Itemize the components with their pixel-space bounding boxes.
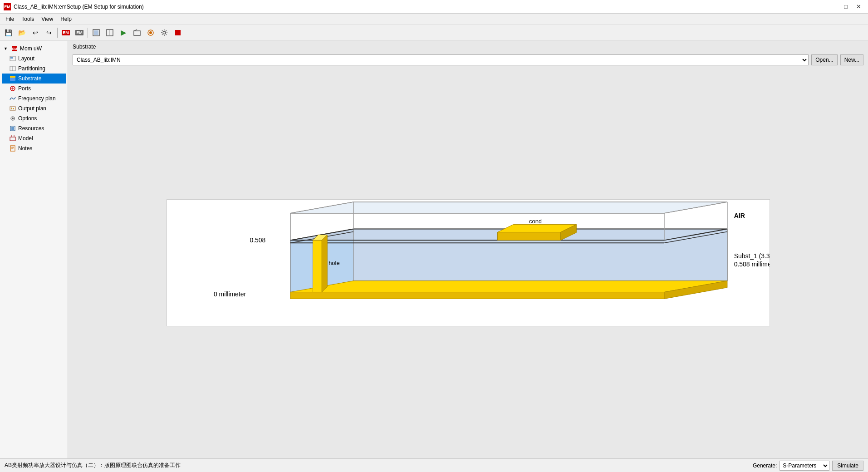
svg-rect-4 bbox=[134, 31, 140, 35]
sidebar-item-substrate[interactable]: Substrate bbox=[2, 74, 66, 84]
sidebar-label-output: Output plan bbox=[18, 105, 46, 112]
panel-header: Substrate bbox=[68, 41, 868, 53]
layout-tree-icon bbox=[9, 55, 16, 62]
sidebar-label-ports: Ports bbox=[18, 85, 31, 92]
em-run-icon: EM bbox=[62, 30, 70, 35]
y-label-bottom: 0 millimeter bbox=[214, 290, 246, 298]
em-run-button[interactable]: EM bbox=[59, 26, 72, 39]
toolbar: 💾 📂 ↩ ↪ EM EM ▶ bbox=[0, 25, 868, 41]
menu-tools[interactable]: Tools bbox=[18, 15, 38, 23]
run-icon: ▶ bbox=[121, 28, 126, 37]
resources-tree-icon bbox=[9, 125, 16, 132]
right-panel: Substrate Class_AB_lib:IMN Open... New..… bbox=[68, 41, 868, 458]
root-icon: EM bbox=[11, 45, 18, 52]
svg-point-26 bbox=[12, 118, 14, 119]
svg-rect-10 bbox=[175, 30, 181, 35]
sidebar-item-partitioning[interactable]: Partitioning bbox=[2, 64, 66, 74]
open-substrate-button[interactable]: Open... bbox=[811, 54, 837, 65]
main-content: ▼ EM Mom uW Layout Partitioning bbox=[0, 41, 868, 458]
expand-icon: ▼ bbox=[4, 46, 9, 51]
sidebar-root[interactable]: ▼ EM Mom uW bbox=[2, 44, 66, 54]
subst-label: Subst_1 (3.38) bbox=[734, 252, 769, 260]
open-button[interactable]: 📂 bbox=[15, 26, 28, 39]
substrate-selector-row: Class_AB_lib:IMN Open... New... bbox=[68, 53, 868, 67]
sidebar-item-frequency[interactable]: Frequency plan bbox=[2, 93, 66, 103]
toolbar-btn-10[interactable] bbox=[131, 26, 143, 39]
toolbar-btn-8[interactable] bbox=[103, 26, 116, 39]
toolbar-btn-12[interactable] bbox=[158, 26, 171, 39]
sidebar-item-notes[interactable]: Notes bbox=[2, 143, 66, 153]
sidebar-item-ports[interactable]: Ports bbox=[2, 84, 66, 93]
svg-rect-32 bbox=[10, 146, 15, 151]
toolbar-btn-13[interactable] bbox=[172, 26, 184, 39]
em-stop-icon: EM bbox=[75, 30, 83, 35]
sidebar-label-notes: Notes bbox=[18, 145, 32, 152]
frequency-tree-icon bbox=[9, 95, 16, 102]
svg-rect-23 bbox=[11, 108, 12, 109]
svg-rect-51 bbox=[313, 240, 322, 292]
panel-title: Substrate bbox=[73, 44, 96, 50]
notes-tree-icon bbox=[9, 145, 16, 152]
minimize-button[interactable]: — bbox=[827, 2, 839, 12]
svg-marker-53 bbox=[322, 235, 327, 292]
svg-marker-44 bbox=[290, 292, 664, 299]
svg-point-8 bbox=[149, 31, 152, 34]
status-bar: AB类射频功率放大器设计与仿真（二）：版图原理图联合仿真的准备工作 Genera… bbox=[0, 458, 868, 472]
close-button[interactable]: ✕ bbox=[853, 2, 864, 12]
menu-file[interactable]: File bbox=[2, 15, 18, 23]
sidebar-item-layout[interactable]: Layout bbox=[2, 54, 66, 64]
maximize-button[interactable]: □ bbox=[840, 2, 852, 12]
status-message: AB类射频功率放大器设计与仿真（二）：版图原理图联合仿真的准备工作 bbox=[5, 462, 181, 469]
sidebar-label-resources: Resources bbox=[18, 125, 44, 132]
em-stop-button[interactable]: EM bbox=[73, 26, 86, 39]
partitioning-tree-icon bbox=[9, 65, 16, 72]
sidebar-item-model[interactable]: Model bbox=[2, 133, 66, 143]
substrate-dropdown[interactable]: Class_AB_lib:IMN bbox=[73, 54, 809, 65]
substrate-diagram: 0.508 0 millimeter AIR Subst_1 (3.38) 0.… bbox=[167, 199, 770, 326]
sidebar-label-frequency: Frequency plan bbox=[18, 95, 56, 102]
output-tree-icon bbox=[9, 105, 16, 112]
canvas-area: 0.508 0 millimeter AIR Subst_1 (3.38) 0.… bbox=[68, 67, 868, 458]
substrate-svg: 0.508 0 millimeter AIR Subst_1 (3.38) 0.… bbox=[167, 200, 770, 326]
menu-bar: File Tools View Help bbox=[0, 14, 868, 25]
svg-rect-1 bbox=[94, 30, 98, 35]
generate-label: Generate: bbox=[753, 462, 777, 469]
title-bar: EM Class_AB_lib:IMN:emSetup (EM Setup fo… bbox=[0, 0, 868, 14]
sidebar-label-options: Options bbox=[18, 115, 37, 122]
sidebar-item-output[interactable]: Output plan bbox=[2, 103, 66, 113]
svg-text:EM: EM bbox=[12, 47, 17, 50]
menu-view[interactable]: View bbox=[38, 15, 57, 23]
sidebar: ▼ EM Mom uW Layout Partitioning bbox=[0, 41, 68, 458]
svg-marker-45 bbox=[290, 281, 727, 292]
sidebar-item-options[interactable]: Options bbox=[2, 113, 66, 123]
sidebar-label-partitioning: Partitioning bbox=[18, 65, 45, 72]
sidebar-item-resources[interactable]: Resources bbox=[2, 123, 66, 133]
toolbar-sep-2 bbox=[88, 28, 88, 38]
app-icon: EM bbox=[4, 3, 11, 10]
svg-marker-55 bbox=[497, 232, 560, 240]
svg-rect-29 bbox=[10, 137, 15, 141]
new-substrate-button[interactable]: New... bbox=[840, 54, 863, 65]
sidebar-label-model: Model bbox=[18, 135, 33, 142]
svg-rect-14 bbox=[10, 57, 13, 59]
hole-label: hole bbox=[329, 260, 339, 266]
layout-icon bbox=[92, 29, 100, 37]
run-button[interactable]: ▶ bbox=[117, 26, 130, 39]
toolbar-btn-7[interactable] bbox=[90, 26, 103, 39]
simulate-button[interactable]: Simulate bbox=[832, 461, 863, 471]
gear-icon bbox=[160, 29, 168, 37]
toolbar-btn-11[interactable] bbox=[144, 26, 157, 39]
sidebar-label-substrate: Substrate bbox=[18, 75, 41, 82]
sidebar-root-label: Mom uW bbox=[20, 45, 42, 52]
svg-rect-18 bbox=[10, 76, 15, 78]
svg-rect-24 bbox=[13, 108, 14, 109]
svg-marker-37 bbox=[290, 202, 727, 213]
menu-help[interactable]: Help bbox=[57, 15, 75, 23]
y-label-top: 0.508 bbox=[250, 236, 265, 244]
toolbar-sep-1 bbox=[57, 28, 58, 38]
undo-button[interactable]: ↩ bbox=[29, 26, 42, 39]
save-button[interactable]: 💾 bbox=[2, 26, 15, 39]
box-icon bbox=[133, 29, 141, 37]
generate-select[interactable]: S-Parameters bbox=[780, 461, 829, 471]
redo-button[interactable]: ↪ bbox=[43, 26, 55, 39]
